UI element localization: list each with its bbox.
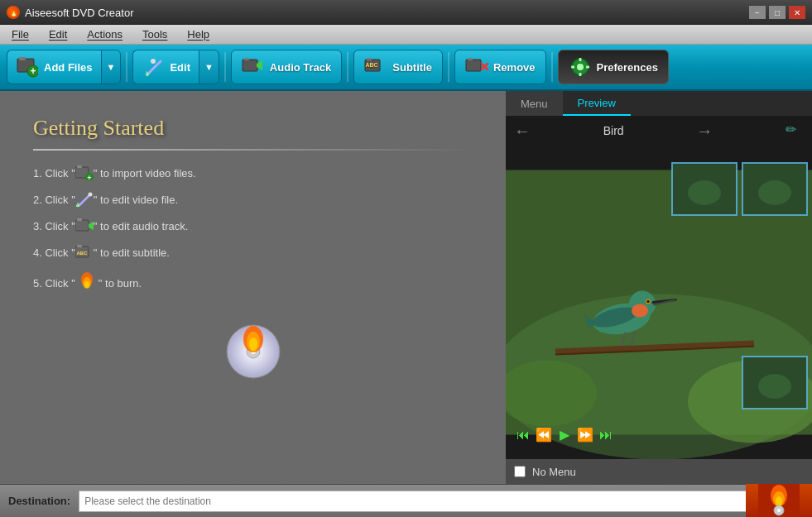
step-1-suffix: " to import video files.	[94, 167, 196, 180]
step-5-number: 5. Click "	[33, 277, 75, 290]
destination-label: Destination:	[8, 495, 70, 507]
add-files-label: Add Files	[44, 61, 93, 74]
step-3-number: 3. Click "	[33, 220, 75, 232]
svg-text:+: +	[87, 174, 91, 180]
subtitle-label: Subtitle	[392, 61, 432, 74]
close-button[interactable]: ✕	[789, 6, 805, 19]
svg-point-75	[777, 509, 781, 512]
app-icon: 🔥	[7, 6, 20, 19]
step-1-icon: +	[75, 165, 94, 180]
menu-bar: File Edit Actions Tools Help	[0, 25, 812, 45]
step-5: 5. Click " " to burn.	[33, 271, 473, 294]
fast-forward-button[interactable]: ⏩	[576, 427, 594, 443]
edit-dropdown[interactable]: ▼	[199, 50, 219, 84]
svg-rect-15	[468, 58, 473, 60]
sep3	[347, 52, 348, 82]
svg-point-73	[776, 496, 782, 506]
play-button[interactable]: ▶	[555, 427, 574, 443]
right-panel: Menu Preview ← Bird → ✏	[506, 91, 812, 484]
tab-preview[interactable]: Preview	[563, 91, 631, 116]
add-files-main[interactable]: + Add Files	[7, 50, 101, 84]
disc-icon	[220, 314, 286, 381]
skip-to-end-button[interactable]: ⏭	[597, 428, 615, 443]
edit-main[interactable]: Edit	[132, 50, 199, 84]
svg-rect-20	[579, 58, 581, 61]
svg-point-57	[632, 304, 648, 318]
step-3-suffix: " to edit audio track.	[94, 220, 188, 232]
preferences-button[interactable]: Preferences	[558, 50, 669, 84]
svg-point-65	[688, 180, 721, 205]
left-panel: Getting Started 1. Click " + " to import…	[0, 91, 506, 484]
menu-help[interactable]: Help	[179, 26, 218, 42]
edit-preview-icon[interactable]: ✏	[786, 122, 804, 140]
svg-rect-25	[77, 165, 82, 168]
thumbnail-2[interactable]	[742, 162, 808, 216]
edit-button[interactable]: Edit ▼	[132, 50, 219, 84]
svg-rect-36	[77, 245, 82, 247]
step-2-icon	[75, 192, 94, 207]
prev-arrow[interactable]: ←	[514, 122, 531, 141]
svg-text:+: +	[30, 65, 36, 77]
step-4-number: 4. Click "	[33, 247, 75, 259]
svg-point-67	[758, 180, 791, 205]
step-1-number: 1. Click "	[33, 167, 75, 180]
svg-point-69	[758, 374, 791, 399]
step-1: 1. Click " + " to import video files.	[33, 165, 473, 180]
svg-rect-33	[77, 218, 82, 221]
toolbar: + Add Files ▼ Edit ▼	[0, 45, 812, 91]
svg-rect-12	[367, 58, 372, 60]
menu-actions[interactable]: Actions	[79, 26, 131, 42]
title-bar: 🔥 Aiseesoft DVD Creator − □ ✕	[0, 0, 812, 25]
app-title: Aiseesoft DVD Creator	[25, 7, 134, 19]
preview-controls: ← Bird → ✏	[506, 116, 812, 146]
svg-text:ABC: ABC	[76, 251, 88, 256]
no-menu-label: No Menu	[532, 466, 576, 478]
step-4-icon: ABC	[75, 245, 94, 260]
rewind-button[interactable]: ⏪	[535, 427, 553, 443]
title-bar-left: 🔥 Aiseesoft DVD Creator	[7, 6, 134, 19]
svg-rect-23	[586, 66, 589, 69]
no-menu-bar: No Menu	[506, 459, 812, 484]
burn-button-icon	[758, 484, 800, 517]
skip-to-start-button[interactable]: ⏮	[514, 428, 532, 443]
subtitle-button[interactable]: ABC Subtitle	[353, 50, 443, 84]
add-files-dropdown[interactable]: ▼	[101, 50, 122, 84]
no-menu-checkbox[interactable]	[514, 466, 526, 477]
svg-rect-21	[579, 73, 581, 76]
menu-file[interactable]: File	[3, 26, 37, 42]
maximize-button[interactable]: □	[769, 6, 786, 19]
remove-button[interactable]: Remove	[454, 50, 546, 84]
menu-tools[interactable]: Tools	[134, 26, 175, 42]
divider	[33, 149, 473, 151]
svg-rect-8	[243, 60, 257, 71]
playback-controls: ⏮ ⏪ ▶ ⏩ ⏭	[514, 427, 615, 443]
svg-rect-1	[19, 57, 26, 60]
step-4: 4. Click " ABC " to edit subtitle.	[33, 245, 473, 260]
preview-tabs: Menu Preview	[506, 91, 812, 116]
destination-input[interactable]	[79, 491, 776, 512]
title-bar-controls: − □ ✕	[749, 6, 805, 19]
sep4	[448, 52, 449, 82]
remove-label: Remove	[493, 61, 536, 74]
svg-rect-9	[244, 58, 249, 60]
sep1	[126, 52, 127, 82]
step-3-icon	[75, 218, 94, 233]
step-5-suffix: " to burn.	[98, 277, 142, 290]
sep5	[551, 52, 553, 82]
subtitle-icon: ABC	[364, 55, 387, 79]
svg-point-6	[146, 73, 149, 76]
thumbnail-1[interactable]	[671, 162, 738, 216]
minimize-button[interactable]: −	[749, 6, 766, 19]
burn-button[interactable]	[746, 484, 812, 517]
sep2	[224, 52, 226, 82]
step-5-icon	[75, 271, 98, 294]
audio-track-button[interactable]: Audio Track	[231, 50, 342, 84]
add-files-button[interactable]: + Add Files ▼	[7, 50, 121, 84]
thumbnail-3[interactable]	[742, 356, 808, 409]
menu-edit[interactable]: Edit	[41, 26, 75, 42]
edit-label: Edit	[170, 61, 190, 74]
tab-menu[interactable]: Menu	[506, 91, 563, 116]
svg-point-54	[647, 300, 650, 303]
next-arrow[interactable]: →	[696, 122, 713, 141]
main-area: Getting Started 1. Click " + " to import…	[0, 91, 812, 484]
